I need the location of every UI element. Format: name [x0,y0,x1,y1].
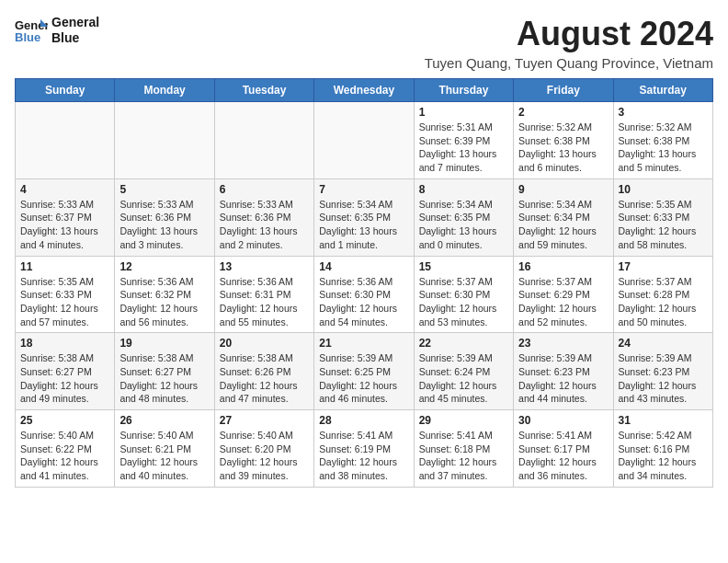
calendar-cell [314,102,414,179]
weekday-header-thursday: Thursday [414,79,513,102]
calendar-cell: 23Sunrise: 5:39 AM Sunset: 6:23 PM Dayli… [514,333,613,410]
calendar-cell: 13Sunrise: 5:36 AM Sunset: 6:31 PM Dayli… [214,256,313,333]
day-info: Sunrise: 5:34 AM Sunset: 6:35 PM Dayligh… [419,198,508,252]
logo-text-blue: Blue [51,30,99,46]
day-info: Sunrise: 5:34 AM Sunset: 6:34 PM Dayligh… [518,198,608,252]
day-info: Sunrise: 5:33 AM Sunset: 6:37 PM Dayligh… [20,198,109,252]
calendar-cell [115,102,214,179]
weekday-header-tuesday: Tuesday [214,79,313,102]
day-number: 9 [518,183,608,196]
day-number: 3 [619,106,708,119]
day-info: Sunrise: 5:39 AM Sunset: 6:23 PM Dayligh… [518,351,608,406]
calendar-cell: 3Sunrise: 5:32 AM Sunset: 6:38 PM Daylig… [613,102,712,179]
logo-icon: General Blue [15,17,48,43]
subtitle: Tuyen Quang, Tuyen Quang Province, Vietn… [425,55,713,71]
day-info: Sunrise: 5:31 AM Sunset: 6:39 PM Dayligh… [419,121,508,175]
day-number: 16 [518,260,608,273]
calendar-cell: 19Sunrise: 5:38 AM Sunset: 6:27 PM Dayli… [115,333,214,410]
weekday-header-sunday: Sunday [16,79,115,102]
calendar: SundayMondayTuesdayWednesdayThursdayFrid… [15,78,713,488]
day-info: Sunrise: 5:37 AM Sunset: 6:29 PM Dayligh… [518,275,608,329]
day-info: Sunrise: 5:40 AM Sunset: 6:20 PM Dayligh… [220,429,309,483]
day-info: Sunrise: 5:42 AM Sunset: 6:16 PM Dayligh… [619,429,708,483]
title-area: August 2024 Tuyen Quang, Tuyen Quang Pro… [425,15,713,71]
day-info: Sunrise: 5:37 AM Sunset: 6:30 PM Dayligh… [419,275,508,329]
calendar-cell: 22Sunrise: 5:39 AM Sunset: 6:24 PM Dayli… [414,333,513,410]
day-info: Sunrise: 5:32 AM Sunset: 6:38 PM Dayligh… [518,121,608,175]
day-info: Sunrise: 5:38 AM Sunset: 6:27 PM Dayligh… [20,351,109,406]
calendar-cell: 7Sunrise: 5:34 AM Sunset: 6:35 PM Daylig… [314,178,414,256]
day-number: 24 [619,337,708,350]
calendar-cell: 20Sunrise: 5:38 AM Sunset: 6:26 PM Dayli… [214,333,313,410]
day-number: 23 [518,337,608,350]
day-number: 8 [419,183,508,196]
day-info: Sunrise: 5:36 AM Sunset: 6:32 PM Dayligh… [119,275,209,329]
calendar-cell: 2Sunrise: 5:32 AM Sunset: 6:38 PM Daylig… [514,102,613,179]
day-number: 18 [20,337,109,350]
day-number: 15 [419,260,508,273]
day-number: 1 [419,106,508,119]
week-row-1: 1Sunrise: 5:31 AM Sunset: 6:39 PM Daylig… [16,102,713,179]
calendar-cell: 16Sunrise: 5:37 AM Sunset: 6:29 PM Dayli… [514,256,613,333]
calendar-cell: 10Sunrise: 5:35 AM Sunset: 6:33 PM Dayli… [613,178,712,256]
calendar-cell [16,102,115,179]
day-info: Sunrise: 5:33 AM Sunset: 6:36 PM Dayligh… [220,198,309,252]
main-title: August 2024 [425,15,713,53]
day-info: Sunrise: 5:32 AM Sunset: 6:38 PM Dayligh… [619,121,708,175]
week-row-4: 18Sunrise: 5:38 AM Sunset: 6:27 PM Dayli… [16,333,713,410]
calendar-cell: 4Sunrise: 5:33 AM Sunset: 6:37 PM Daylig… [16,178,115,256]
day-info: Sunrise: 5:35 AM Sunset: 6:33 PM Dayligh… [619,198,708,252]
day-number: 10 [619,183,708,196]
day-number: 31 [619,414,708,427]
weekday-header-friday: Friday [514,79,613,102]
day-number: 2 [518,106,608,119]
calendar-cell: 31Sunrise: 5:42 AM Sunset: 6:16 PM Dayli… [613,410,712,488]
weekday-header-saturday: Saturday [613,79,712,102]
day-number: 7 [319,183,408,196]
day-info: Sunrise: 5:39 AM Sunset: 6:23 PM Dayligh… [619,351,708,406]
calendar-cell: 5Sunrise: 5:33 AM Sunset: 6:36 PM Daylig… [115,178,214,256]
day-number: 14 [319,260,408,273]
logo-text-general: General [51,15,99,30]
day-info: Sunrise: 5:40 AM Sunset: 6:21 PM Dayligh… [119,429,209,483]
week-row-5: 25Sunrise: 5:40 AM Sunset: 6:22 PM Dayli… [16,410,713,488]
day-number: 4 [20,183,109,196]
calendar-cell: 11Sunrise: 5:35 AM Sunset: 6:33 PM Dayli… [16,256,115,333]
header: General Blue General Blue August 2024 Tu… [15,15,713,71]
day-number: 12 [119,260,209,273]
calendar-cell: 6Sunrise: 5:33 AM Sunset: 6:36 PM Daylig… [214,178,313,256]
day-info: Sunrise: 5:38 AM Sunset: 6:27 PM Dayligh… [119,351,209,406]
day-number: 22 [419,337,508,350]
calendar-cell: 28Sunrise: 5:41 AM Sunset: 6:19 PM Dayli… [314,410,414,488]
day-number: 27 [220,414,309,427]
day-number: 5 [119,183,209,196]
svg-text:Blue: Blue [15,30,40,43]
calendar-cell: 29Sunrise: 5:41 AM Sunset: 6:18 PM Dayli… [414,410,513,488]
weekday-header-wednesday: Wednesday [314,79,414,102]
day-info: Sunrise: 5:34 AM Sunset: 6:35 PM Dayligh… [319,198,408,252]
day-number: 30 [518,414,608,427]
day-number: 17 [619,260,708,273]
logo: General Blue General Blue [15,15,99,46]
weekday-header-monday: Monday [115,79,214,102]
day-number: 29 [419,414,508,427]
week-row-2: 4Sunrise: 5:33 AM Sunset: 6:37 PM Daylig… [16,178,713,256]
day-info: Sunrise: 5:40 AM Sunset: 6:22 PM Dayligh… [20,429,109,483]
day-info: Sunrise: 5:38 AM Sunset: 6:26 PM Dayligh… [220,351,309,406]
calendar-cell [214,102,313,179]
calendar-cell: 1Sunrise: 5:31 AM Sunset: 6:39 PM Daylig… [414,102,513,179]
day-info: Sunrise: 5:39 AM Sunset: 6:25 PM Dayligh… [319,351,408,406]
day-info: Sunrise: 5:35 AM Sunset: 6:33 PM Dayligh… [20,275,109,329]
weekday-header-row: SundayMondayTuesdayWednesdayThursdayFrid… [16,79,713,102]
day-info: Sunrise: 5:39 AM Sunset: 6:24 PM Dayligh… [419,351,508,406]
day-info: Sunrise: 5:33 AM Sunset: 6:36 PM Dayligh… [119,198,209,252]
day-info: Sunrise: 5:37 AM Sunset: 6:28 PM Dayligh… [619,275,708,329]
day-number: 11 [20,260,109,273]
day-info: Sunrise: 5:41 AM Sunset: 6:18 PM Dayligh… [419,429,508,483]
calendar-cell: 27Sunrise: 5:40 AM Sunset: 6:20 PM Dayli… [214,410,313,488]
calendar-cell: 24Sunrise: 5:39 AM Sunset: 6:23 PM Dayli… [613,333,712,410]
calendar-cell: 15Sunrise: 5:37 AM Sunset: 6:30 PM Dayli… [414,256,513,333]
day-number: 26 [119,414,209,427]
day-number: 19 [119,337,209,350]
day-info: Sunrise: 5:41 AM Sunset: 6:17 PM Dayligh… [518,429,608,483]
